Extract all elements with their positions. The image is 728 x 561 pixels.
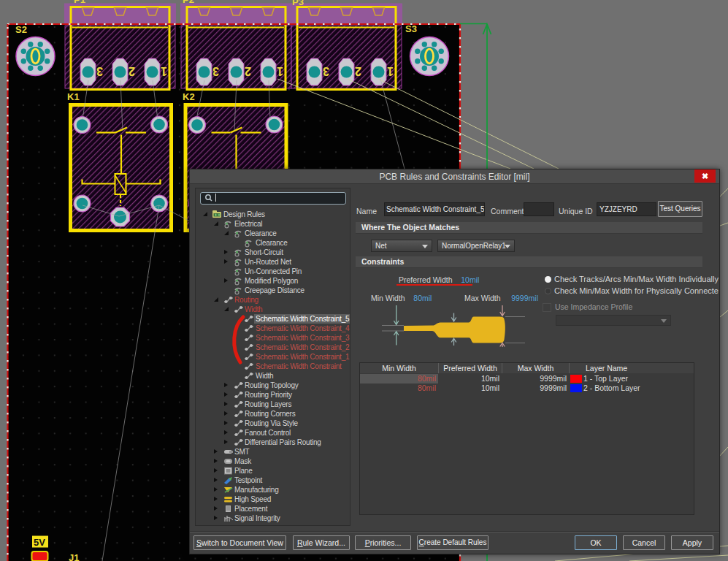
svg-text:P2: P2 (183, 0, 194, 5)
svg-text:1: 1 (277, 65, 283, 77)
svg-text:S3: S3 (405, 23, 417, 34)
svg-text:S2: S2 (15, 24, 27, 35)
svg-text:5V: 5V (34, 537, 45, 548)
svg-text:3: 3 (212, 65, 219, 77)
svg-text:P3: P3 (292, 0, 304, 7)
svg-text:P1: P1 (74, 0, 85, 5)
svg-text:2: 2 (129, 65, 135, 77)
svg-text:K1: K1 (67, 91, 80, 102)
svg-text:3: 3 (323, 65, 329, 77)
svg-text:3: 3 (96, 65, 103, 77)
svg-text:1: 1 (161, 65, 167, 77)
svg-text:2: 2 (245, 65, 251, 77)
svg-text:K2: K2 (183, 91, 195, 102)
svg-text:J1: J1 (69, 552, 79, 561)
svg-text:1: 1 (387, 65, 394, 77)
svg-text:2: 2 (355, 65, 361, 77)
